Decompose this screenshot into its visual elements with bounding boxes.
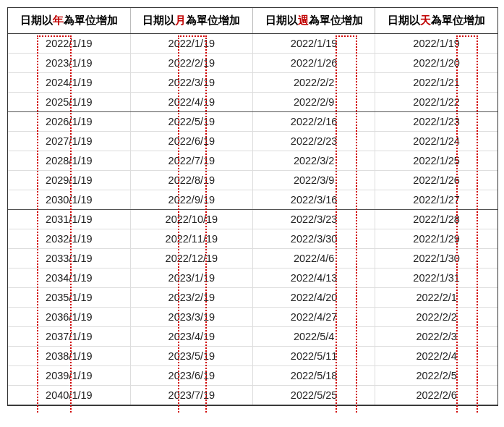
- cell-month: 2022/12/19: [130, 249, 252, 269]
- table-row: 2023/1/192022/2/192022/1/262022/1/20: [8, 54, 497, 73]
- cell-week: 2022/2/2: [253, 73, 375, 93]
- cell-year: 2033/1/19: [8, 249, 130, 269]
- cell-week: 2022/5/11: [253, 347, 375, 366]
- cell-week: 2022/1/26: [253, 54, 375, 73]
- cell-day: 2022/1/27: [375, 190, 497, 210]
- cell-week: 2022/4/6: [253, 249, 375, 269]
- table-row: 2037/1/192023/4/192022/5/42022/2/3: [8, 327, 497, 347]
- cell-day: 2022/1/21: [375, 73, 497, 93]
- cell-month: 2022/11/19: [130, 229, 252, 249]
- cell-day: 2022/1/19: [375, 34, 497, 54]
- cell-day: 2022/1/24: [375, 132, 497, 151]
- cell-week: 2022/3/23: [253, 210, 375, 229]
- cell-month: 2023/3/19: [130, 308, 252, 327]
- cell-year: 2039/1/19: [8, 366, 130, 386]
- cell-year: 2023/1/19: [8, 54, 130, 73]
- table-row: 2032/1/192022/11/192022/3/302022/1/29: [8, 229, 497, 249]
- header-pre: 日期以: [265, 14, 298, 26]
- header-post: 為單位增加: [64, 14, 118, 26]
- table-row: 2033/1/192022/12/192022/4/62022/1/30: [8, 249, 497, 269]
- cell-year: 2025/1/19: [8, 93, 130, 112]
- header-unit-year: 年: [53, 14, 64, 26]
- table-row: 2031/1/192022/10/192022/3/232022/1/28: [8, 210, 497, 229]
- cell-day: 2022/1/25: [375, 151, 497, 171]
- header-unit-day: 天: [420, 14, 431, 26]
- cell-month: 2023/5/19: [130, 347, 252, 366]
- cell-day: 2022/2/2: [375, 308, 497, 327]
- cell-week: 2022/5/18: [253, 366, 375, 386]
- cell-year: 2024/1/19: [8, 73, 130, 93]
- cell-month: 2022/7/19: [130, 151, 252, 171]
- header-day: 日期以天為單位增加: [375, 8, 497, 34]
- table-row: 2024/1/192022/3/192022/2/22022/1/21: [8, 73, 497, 93]
- cell-week: 2022/3/2: [253, 151, 375, 171]
- cell-year: 2022/1/19: [8, 34, 130, 54]
- cell-month: 2022/9/19: [130, 190, 252, 210]
- header-post: 為單位增加: [431, 14, 485, 26]
- cell-week: 2022/5/4: [253, 327, 375, 347]
- cell-day: 2022/1/29: [375, 229, 497, 249]
- cell-month: 2022/5/19: [130, 112, 252, 132]
- header-year: 日期以年為單位增加: [8, 8, 130, 34]
- header-pre: 日期以: [142, 14, 175, 26]
- cell-day: 2022/2/3: [375, 327, 497, 347]
- cell-year: 2035/1/19: [8, 288, 130, 308]
- table-row: 2038/1/192023/5/192022/5/112022/2/4: [8, 347, 497, 366]
- cell-year: 2030/1/19: [8, 190, 130, 210]
- cell-year: 2031/1/19: [8, 210, 130, 229]
- table-body: 2022/1/192022/1/192022/1/192022/1/192023…: [8, 34, 497, 405]
- table-row: 2022/1/192022/1/192022/1/192022/1/19: [8, 34, 497, 54]
- cell-year: 2026/1/19: [8, 112, 130, 132]
- cell-year: 2027/1/19: [8, 132, 130, 151]
- header-post: 為單位增加: [309, 14, 363, 26]
- cell-month: 2023/4/19: [130, 327, 252, 347]
- table-row: 2036/1/192023/3/192022/4/272022/2/2: [8, 308, 497, 327]
- cell-day: 2022/2/5: [375, 366, 497, 386]
- cell-month: 2022/1/19: [130, 34, 252, 54]
- date-table: 日期以年為單位增加 日期以月為單位增加 日期以週為單位增加 日期以天為單位增加 …: [8, 8, 497, 405]
- cell-week: 2022/3/16: [253, 190, 375, 210]
- cell-year: 2034/1/19: [8, 269, 130, 288]
- cell-month: 2022/8/19: [130, 171, 252, 190]
- header-unit-week: 週: [298, 14, 309, 26]
- table-row: 2040/1/192023/7/192022/5/252022/2/6: [8, 386, 497, 405]
- cell-month: 2022/2/19: [130, 54, 252, 73]
- cell-month: 2023/2/19: [130, 288, 252, 308]
- header-row: 日期以年為單位增加 日期以月為單位增加 日期以週為單位增加 日期以天為單位增加: [8, 8, 497, 34]
- cell-day: 2022/1/26: [375, 171, 497, 190]
- table-row: 2039/1/192023/6/192022/5/182022/2/5: [8, 366, 497, 386]
- cell-week: 2022/5/25: [253, 386, 375, 405]
- cell-week: 2022/2/16: [253, 112, 375, 132]
- header-month: 日期以月為單位增加: [130, 8, 252, 34]
- date-table-container: 日期以年為單位增加 日期以月為單位增加 日期以週為單位增加 日期以天為單位增加 …: [7, 7, 498, 406]
- cell-month: 2022/3/19: [130, 73, 252, 93]
- cell-day: 2022/1/20: [375, 54, 497, 73]
- cell-year: 2037/1/19: [8, 327, 130, 347]
- header-post: 為單位增加: [186, 14, 240, 26]
- table-row: 2029/1/192022/8/192022/3/92022/1/26: [8, 171, 497, 190]
- cell-week: 2022/3/30: [253, 229, 375, 249]
- cell-month: 2022/6/19: [130, 132, 252, 151]
- table-row: 2030/1/192022/9/192022/3/162022/1/27: [8, 190, 497, 210]
- cell-year: 2040/1/19: [8, 386, 130, 405]
- cell-year: 2029/1/19: [8, 171, 130, 190]
- cell-week: 2022/4/13: [253, 269, 375, 288]
- cell-year: 2038/1/19: [8, 347, 130, 366]
- cell-day: 2022/1/31: [375, 269, 497, 288]
- cell-week: 2022/4/20: [253, 288, 375, 308]
- header-pre: 日期以: [388, 14, 420, 26]
- cell-day: 2022/2/6: [375, 386, 497, 405]
- cell-day: 2022/1/23: [375, 112, 497, 132]
- cell-year: 2032/1/19: [8, 229, 130, 249]
- table-row: 2025/1/192022/4/192022/2/92022/1/22: [8, 93, 497, 112]
- cell-year: 2028/1/19: [8, 151, 130, 171]
- cell-day: 2022/1/30: [375, 249, 497, 269]
- cell-month: 2023/6/19: [130, 366, 252, 386]
- cell-year: 2036/1/19: [8, 308, 130, 327]
- table-row: 2026/1/192022/5/192022/2/162022/1/23: [8, 112, 497, 132]
- cell-week: 2022/4/27: [253, 308, 375, 327]
- table-row: 2027/1/192022/6/192022/2/232022/1/24: [8, 132, 497, 151]
- cell-day: 2022/1/28: [375, 210, 497, 229]
- header-week: 日期以週為單位增加: [253, 8, 375, 34]
- cell-month: 2022/4/19: [130, 93, 252, 112]
